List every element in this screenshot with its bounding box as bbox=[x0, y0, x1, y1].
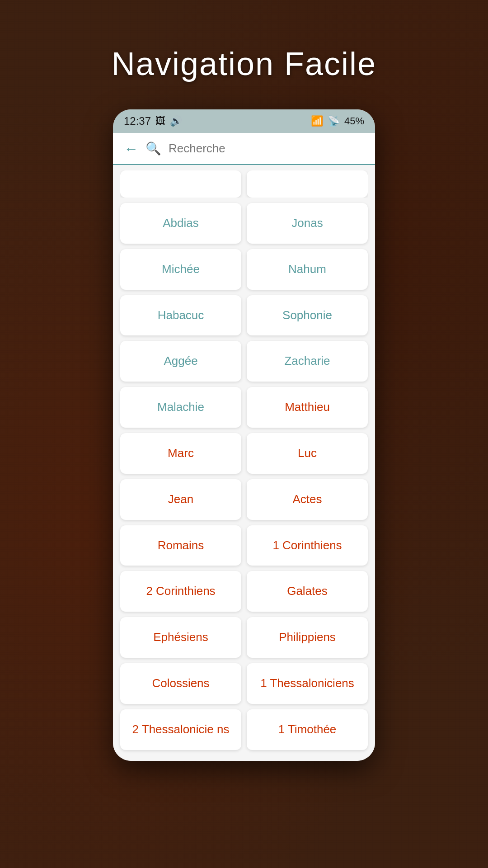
book-btn-ephesiens[interactable]: Ephésiens bbox=[120, 617, 241, 658]
book-btn-luc[interactable]: Luc bbox=[247, 433, 368, 474]
book-btn-galates[interactable]: Galates bbox=[247, 571, 368, 612]
audio-icon: 🔊 bbox=[170, 115, 182, 127]
book-btn-romains[interactable]: Romains bbox=[120, 525, 241, 566]
book-row-romains-1cor: Romains 1 Corinthiens bbox=[120, 525, 368, 566]
book-btn-partial-right[interactable] bbox=[247, 170, 368, 198]
book-btn-philippiens[interactable]: Philippiens bbox=[247, 617, 368, 658]
book-btn-habacuc[interactable]: Habacuc bbox=[120, 295, 241, 336]
book-btn-1timothee[interactable]: 1 Timothée bbox=[247, 709, 368, 750]
book-btn-jonas[interactable]: Jonas bbox=[247, 203, 368, 244]
search-bar: ← 🔍 bbox=[113, 133, 375, 165]
book-row-abdias-jonas: Abdias Jonas bbox=[120, 203, 368, 244]
book-btn-zacharie[interactable]: Zacharie bbox=[247, 341, 368, 382]
status-time: 12:37 bbox=[124, 115, 151, 127]
book-btn-abdias[interactable]: Abdias bbox=[120, 203, 241, 244]
book-btn-jean[interactable]: Jean bbox=[120, 479, 241, 520]
book-row-jean-actes: Jean Actes bbox=[120, 479, 368, 520]
book-btn-actes[interactable]: Actes bbox=[247, 479, 368, 520]
book-btn-michee[interactable]: Michée bbox=[120, 249, 241, 290]
book-btn-marc[interactable]: Marc bbox=[120, 433, 241, 474]
wifi-icon: 📶 bbox=[311, 115, 323, 127]
book-row-colossiens-1thess: Colossiens 1 Thessaloniciens bbox=[120, 663, 368, 704]
signal-icon: 📡 bbox=[328, 115, 340, 127]
book-row-habacuc-sophonie: Habacuc Sophonie bbox=[120, 295, 368, 336]
book-btn-nahum[interactable]: Nahum bbox=[247, 249, 368, 290]
book-btn-1corinthiens[interactable]: 1 Corinthiens bbox=[247, 525, 368, 566]
page-title: Navigation Facile bbox=[112, 45, 376, 82]
book-row-malachie-matthieu: Malachie Matthieu bbox=[120, 387, 368, 428]
book-row-michee-nahum: Michée Nahum bbox=[120, 249, 368, 290]
status-right: 📶 📡 45% bbox=[311, 115, 364, 127]
back-button[interactable]: ← bbox=[124, 142, 138, 156]
book-btn-2corinthiens[interactable]: 2 Corinthiens bbox=[120, 571, 241, 612]
book-btn-aggee[interactable]: Aggée bbox=[120, 341, 241, 382]
book-btn-malachie[interactable]: Malachie bbox=[120, 387, 241, 428]
book-row-ephesiens-philippiens: Ephésiens Philippiens bbox=[120, 617, 368, 658]
book-row-2cor-galates: 2 Corinthiens Galates bbox=[120, 571, 368, 612]
book-row-marc-luc: Marc Luc bbox=[120, 433, 368, 474]
book-btn-colossiens[interactable]: Colossiens bbox=[120, 663, 241, 704]
battery-text: 45% bbox=[344, 115, 364, 127]
book-row-2thess-1tim: 2 Thessalonicie ns 1 Timothée bbox=[120, 709, 368, 750]
book-btn-1thessaloniciens[interactable]: 1 Thessaloniciens bbox=[247, 663, 368, 704]
book-btn-matthieu[interactable]: Matthieu bbox=[247, 387, 368, 428]
photo-icon: 🖼 bbox=[155, 115, 165, 127]
search-icon: 🔍 bbox=[145, 141, 161, 156]
book-row-aggee-zacharie: Aggée Zacharie bbox=[120, 341, 368, 382]
partial-top-row bbox=[120, 170, 368, 198]
book-btn-sophonie[interactable]: Sophonie bbox=[247, 295, 368, 336]
book-btn-partial-left[interactable] bbox=[120, 170, 241, 198]
status-bar: 12:37 🖼 🔊 📶 📡 45% bbox=[113, 109, 375, 133]
status-left: 12:37 🖼 🔊 bbox=[124, 115, 182, 127]
search-input[interactable] bbox=[169, 142, 364, 156]
phone-frame: 12:37 🖼 🔊 📶 📡 45% ← 🔍 Abdia bbox=[113, 109, 375, 761]
book-btn-2thessaloniciens[interactable]: 2 Thessalonicie ns bbox=[120, 709, 241, 750]
book-list: Abdias Jonas Michée Nahum Habacuc Sophon… bbox=[113, 165, 375, 761]
